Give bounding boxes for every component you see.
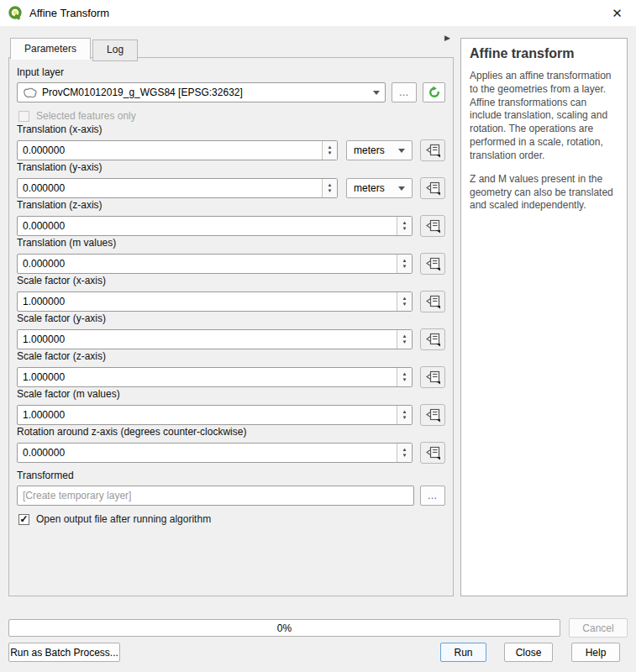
spin-down-icon[interactable]: ▼ (328, 150, 333, 156)
iterate-over-layer-button[interactable] (423, 82, 445, 102)
data-defined-override-button[interactable] (420, 404, 445, 426)
number-value: 1.000000 (23, 296, 397, 307)
number-value: 0.000000 (23, 258, 397, 270)
number-input[interactable]: 0.000000 ▲ ▼ (17, 140, 338, 160)
number-value: 0.000000 (23, 144, 322, 156)
spin-down-icon[interactable]: ▼ (402, 226, 407, 232)
number-input[interactable]: 1.000000 ▲ ▼ (17, 367, 413, 387)
parameter-field: Translation (z-axis) 0.000000 ▲ ▼ (17, 199, 445, 237)
number-input[interactable]: 1.000000 ▲ ▼ (17, 405, 413, 425)
spinner-buttons[interactable]: ▲ ▼ (397, 406, 412, 424)
spinner-buttons[interactable]: ▲ ▼ (397, 368, 412, 386)
spinner-buttons[interactable]: ▲ ▼ (397, 330, 412, 349)
affine-transform-dialog: { "window": { "title": "Affine Transform… (0, 0, 636, 672)
iterate-icon (428, 86, 441, 99)
parameter-field: Scale factor (x-axis) 1.000000 ▲ ▼ (17, 275, 445, 312)
spinner-buttons[interactable]: ▲ ▼ (397, 217, 412, 235)
transformed-browse-button[interactable]: … (420, 486, 445, 506)
data-defined-override-button[interactable] (420, 177, 445, 199)
unit-dropdown[interactable]: meters (346, 140, 413, 160)
window-title: Affine Transform (29, 7, 109, 19)
spin-down-icon[interactable]: ▼ (402, 339, 407, 345)
spin-down-icon[interactable]: ▼ (402, 415, 407, 421)
data-defined-override-icon (425, 295, 441, 309)
number-input[interactable]: 0.000000 ▲ ▼ (17, 443, 413, 463)
spinner-buttons[interactable]: ▲ ▼ (397, 255, 412, 273)
field-label: Scale factor (z-axis) (17, 350, 445, 362)
spin-up-icon[interactable]: ▲ (402, 371, 407, 377)
parameter-field: Translation (y-axis) 0.000000 ▲ ▼ meters (17, 161, 445, 199)
cancel-button[interactable]: Cancel (569, 618, 628, 638)
run-button[interactable]: Run (440, 643, 486, 662)
spin-down-icon[interactable]: ▼ (402, 453, 407, 459)
parameter-field: Translation (x-axis) 0.000000 ▲ ▼ meters (17, 123, 445, 161)
unit-dropdown[interactable]: meters (346, 178, 413, 198)
help-body: Applies an affine transformation to the … (470, 70, 618, 213)
field-label: Scale factor (y-axis) (17, 312, 445, 324)
number-value: 1.000000 (23, 371, 397, 383)
number-input[interactable]: 0.000000 ▲ ▼ (17, 254, 413, 274)
data-defined-override-button[interactable] (420, 291, 445, 312)
spin-down-icon[interactable]: ▼ (328, 188, 333, 194)
input-layer-dropdown[interactable]: ProvCM01012019_g_WGS84 [EPSG:32632] (17, 82, 386, 102)
open-output-checkbox[interactable]: ✓ (18, 514, 29, 525)
spin-up-icon[interactable]: ▲ (328, 144, 333, 150)
number-value: 0.000000 (23, 447, 397, 459)
close-button[interactable]: Close (504, 643, 553, 662)
spin-up-icon[interactable]: ▲ (328, 182, 333, 188)
spin-down-icon[interactable]: ▼ (402, 264, 407, 270)
data-defined-override-button[interactable] (420, 253, 445, 275)
data-defined-override-button[interactable] (420, 215, 445, 237)
data-defined-override-button[interactable] (420, 442, 445, 464)
selected-features-checkbox[interactable] (18, 111, 29, 122)
run-as-batch-button[interactable]: Run as Batch Process... (8, 643, 120, 662)
spin-up-icon[interactable]: ▲ (402, 447, 407, 453)
tab-bar: Parameters Log (10, 38, 139, 60)
chevron-down-icon (373, 91, 380, 95)
data-defined-override-icon (425, 408, 441, 423)
spin-up-icon[interactable]: ▲ (402, 333, 407, 339)
field-label: Rotation around z-axis (degrees counter-… (17, 426, 445, 438)
help-button[interactable]: Help (571, 643, 620, 662)
parameters-panel: Input layer ProvCM01012019_g_WGS84 [EPSG… (8, 57, 454, 596)
panel-collapse-arrow-icon[interactable]: ▶ (444, 34, 450, 42)
spin-up-icon[interactable]: ▲ (402, 409, 407, 415)
help-paragraph: Applies an affine transformation to the … (470, 70, 618, 163)
data-defined-override-button[interactable] (420, 328, 445, 350)
number-value: 0.000000 (23, 220, 397, 232)
field-label: Scale factor (m values) (17, 388, 445, 400)
transformed-output-input[interactable]: [Create temporary layer] (17, 486, 414, 506)
input-layer-value: ProvCM01012019_g_WGS84 [EPSG:32632] (42, 87, 368, 98)
spinner-buttons[interactable]: ▲ ▼ (397, 292, 412, 311)
close-icon[interactable]: ✕ (598, 0, 636, 26)
open-output-row: ✓ Open output file after running algorit… (18, 513, 445, 525)
unit-value: meters (354, 182, 393, 194)
parameter-fields: Translation (x-axis) 0.000000 ▲ ▼ meters (17, 123, 445, 464)
transformed-label: Transformed (17, 470, 445, 481)
data-defined-override-button[interactable] (420, 366, 445, 388)
tab-log[interactable]: Log (92, 39, 138, 61)
number-input[interactable]: 0.000000 ▲ ▼ (17, 178, 338, 198)
field-label: Translation (z-axis) (17, 199, 445, 211)
spin-down-icon[interactable]: ▼ (402, 377, 407, 383)
spin-up-icon[interactable]: ▲ (402, 258, 407, 264)
field-label: Scale factor (x-axis) (17, 275, 445, 286)
help-paragraph: Z and M values present in the geometry c… (470, 173, 618, 213)
spin-up-icon[interactable]: ▲ (402, 296, 407, 302)
data-defined-override-icon (425, 219, 441, 234)
field-label: Translation (y-axis) (17, 161, 445, 173)
spin-up-icon[interactable]: ▲ (402, 220, 407, 226)
spin-down-icon[interactable]: ▼ (402, 302, 407, 307)
number-input[interactable]: 1.000000 ▲ ▼ (17, 291, 413, 312)
spinner-buttons[interactable]: ▲ ▼ (322, 141, 337, 160)
spinner-buttons[interactable]: ▲ ▼ (397, 444, 412, 462)
number-value: 1.000000 (23, 409, 397, 421)
spinner-buttons[interactable]: ▲ ▼ (322, 179, 337, 197)
number-input[interactable]: 0.000000 ▲ ▼ (17, 216, 413, 236)
unit-value: meters (354, 144, 393, 156)
data-defined-override-button[interactable] (420, 139, 445, 161)
tab-parameters[interactable]: Parameters (10, 38, 91, 60)
number-input[interactable]: 1.000000 ▲ ▼ (17, 329, 413, 349)
input-layer-browse-button[interactable]: … (392, 82, 417, 102)
polygon-layer-icon (23, 87, 38, 98)
